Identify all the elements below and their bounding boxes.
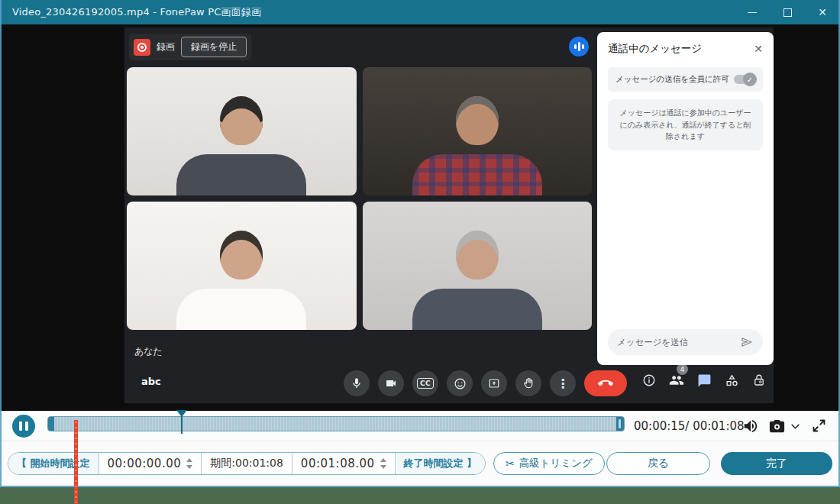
participant-video-tile (363, 202, 593, 330)
pause-icon (25, 422, 28, 431)
present-screen-button[interactable] (481, 370, 507, 396)
playhead-marker[interactable] (176, 410, 187, 435)
participant-silhouette (401, 231, 554, 330)
volume-button[interactable] (742, 418, 759, 435)
meeting-info-button[interactable] (642, 373, 656, 387)
toggle-check-icon: ✓ (743, 73, 757, 86)
lock-icon (752, 373, 766, 387)
camera-button[interactable] (378, 370, 404, 396)
window-controls: ✕ (735, 0, 840, 24)
app-window: Video_230426192005.mp4 - FonePaw PC画面録画 … (0, 0, 840, 487)
record-label: 録画 (157, 40, 175, 53)
done-button[interactable]: 完了 (721, 452, 832, 475)
maximize-icon (783, 8, 792, 17)
pause-icon (19, 422, 22, 431)
snapshot-camera-icon (768, 418, 786, 435)
recorder-widget-icon[interactable] (569, 37, 589, 57)
leave-call-button[interactable] (584, 370, 627, 396)
camera-icon (385, 377, 397, 389)
chat-panel-header: 通話中のメッセージ ✕ (608, 42, 763, 56)
fullscreen-button[interactable] (811, 418, 827, 434)
scissors-icon: ✂ (506, 457, 515, 470)
more-vert-icon: ⋮ (557, 376, 569, 391)
page-background: Video_230426192005.mp4 - FonePaw PC画面録画 … (0, 0, 840, 504)
playhead-line (181, 415, 183, 434)
widget-bar-icon (578, 42, 580, 51)
participant-silhouette (165, 231, 318, 330)
reactions-button[interactable] (447, 370, 473, 396)
duration-label: 期間:00:01:08 (210, 457, 283, 470)
participants-button[interactable]: 4 (669, 373, 684, 388)
trim-settings-bar: 【 開始時間設定 00:00:00.00 期間:00:01:08 00:01:0… (0, 441, 840, 486)
chat-close-button[interactable]: ✕ (754, 43, 763, 55)
chat-button[interactable] (697, 373, 712, 388)
snapshot-button[interactable] (768, 418, 786, 435)
chevron-down-icon (790, 421, 801, 432)
record-icon (134, 39, 150, 56)
pause-button[interactable] (12, 415, 35, 438)
stop-recording-button[interactable]: 録画を停止 (181, 37, 247, 57)
minimize-icon (748, 12, 757, 13)
participant-video-tile (127, 202, 357, 330)
playback-bar: 00:00:15/ 00:01:08 (0, 411, 840, 441)
close-button[interactable]: ✕ (805, 0, 840, 24)
advanced-trim-button[interactable]: ✂ 高級トリミング (493, 452, 605, 475)
widget-bar-icon (574, 44, 577, 49)
window-title: Video_230426192005.mp4 - FonePaw PC画面録画 (12, 5, 261, 19)
maximize-button[interactable] (770, 0, 805, 24)
emoji-icon (454, 377, 467, 390)
end-time-field: 00:01:08.00 (292, 453, 396, 474)
video-preview-area: 録画 録画を停止 あなた abc (0, 24, 840, 411)
widget-bar-icon (582, 44, 584, 49)
duration-field: 期間:00:01:08 (202, 453, 292, 474)
start-time-field: 00:00:00.00 (99, 453, 202, 474)
chat-input-row (608, 329, 763, 355)
hand-icon (522, 377, 535, 389)
end-time-value[interactable]: 00:01:08.00 (301, 457, 375, 470)
microphone-button[interactable] (344, 370, 370, 396)
annotation-pointer-line (74, 420, 78, 504)
recorded-meeting-frame: 録画 録画を停止 あなた abc (124, 27, 774, 403)
timeline-track[interactable] (47, 416, 625, 431)
chat-message-area (608, 150, 763, 330)
people-icon (669, 373, 684, 388)
you-label: あなた (134, 345, 163, 358)
end-time-stepper[interactable] (380, 458, 386, 469)
call-controls: CC ⋮ (344, 370, 627, 396)
info-icon (642, 373, 656, 387)
trim-time-group: 【 開始時間設定 00:00:00.00 期間:00:01:08 00:01:0… (8, 452, 486, 475)
trim-start-handle[interactable] (48, 417, 54, 431)
set-end-time-button[interactable]: 終了時間設定 】 (396, 453, 486, 474)
minimize-button[interactable] (735, 0, 770, 24)
present-icon (488, 377, 500, 389)
advanced-trim-label: 高級トリミング (519, 457, 593, 470)
set-start-time-button[interactable]: 【 開始時間設定 (8, 453, 99, 474)
time-display: 00:00:15/ 00:01:08 (634, 411, 745, 441)
chat-message-input[interactable] (617, 337, 734, 347)
stepper-up-icon (380, 458, 386, 462)
snapshot-menu-button[interactable] (790, 421, 801, 432)
trim-end-handle[interactable] (616, 417, 624, 431)
more-options-button[interactable]: ⋮ (550, 370, 576, 396)
send-icon[interactable] (740, 335, 754, 349)
allow-messages-label: メッセージの送信を全員に許可 (615, 74, 729, 85)
activities-button[interactable] (725, 373, 739, 388)
back-button[interactable]: 戻る (606, 452, 710, 475)
stepper-up-icon (186, 458, 192, 462)
stepper-down-icon (380, 465, 386, 469)
allow-messages-toggle[interactable]: ✓ (734, 75, 755, 84)
participant-video-tile (363, 67, 593, 195)
host-controls-button[interactable] (752, 373, 766, 387)
participant-silhouette (165, 96, 318, 195)
microphone-icon (351, 377, 363, 389)
fullscreen-icon (811, 418, 827, 434)
start-time-stepper[interactable] (186, 458, 192, 469)
participants-count-badge: 4 (677, 363, 688, 375)
chat-bubble-icon (697, 373, 712, 388)
captions-icon: CC (417, 378, 434, 389)
raise-hand-button[interactable] (515, 370, 541, 396)
start-time-value[interactable]: 00:00:00.00 (108, 457, 182, 470)
captions-button[interactable]: CC (412, 370, 438, 396)
stepper-down-icon (186, 465, 192, 469)
participant-video-tile (127, 67, 357, 195)
